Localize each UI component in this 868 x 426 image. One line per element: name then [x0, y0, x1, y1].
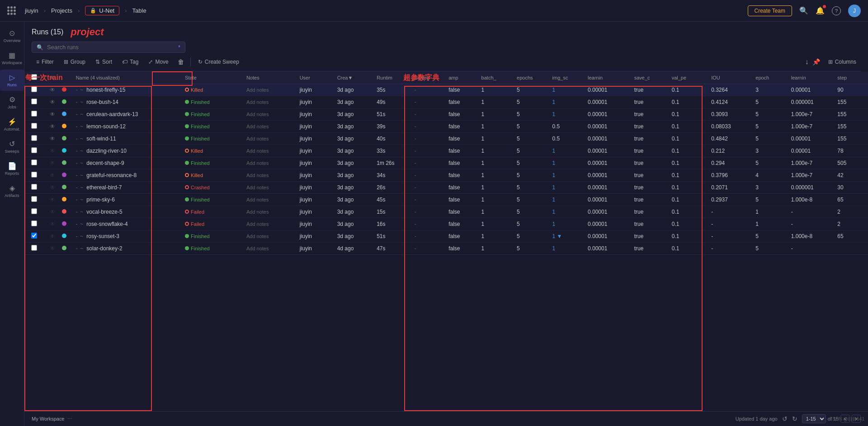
cell-name[interactable]: - ~ solar-donkey-2 [72, 243, 181, 255]
cell-name[interactable]: - ~ rosy-sunset-3 [72, 230, 181, 243]
cell-notes[interactable]: Add notes [243, 133, 296, 145]
th-epochs[interactable]: epochs [513, 71, 548, 84]
group-button[interactable]: ⊞ Group [59, 57, 90, 67]
cell-name[interactable]: - ~ honest-firefly-15 [72, 84, 181, 96]
th-batch[interactable]: batch_ [478, 71, 513, 84]
cell-vis[interactable]: 👁 [43, 145, 61, 157]
th-iou[interactable]: IOU [708, 71, 752, 84]
cell-name[interactable]: - ~ grateful-resonance-8 [72, 169, 181, 182]
nav-projects[interactable]: Projects [51, 7, 72, 14]
cell-name[interactable]: - ~ lemon-sound-12 [72, 121, 181, 133]
cell-vis[interactable]: 👁 [43, 157, 61, 169]
th-created[interactable]: Crea▼ [334, 71, 373, 84]
cell-imgsc[interactable]: 1 [549, 206, 584, 218]
nav-jiuyin[interactable]: jiuyin [25, 7, 38, 14]
help-icon[interactable]: ? [832, 6, 841, 15]
sidebar-item-artifacts[interactable]: ◈ Artifacts [0, 180, 24, 201]
cell-vis[interactable]: 👁 [43, 206, 61, 218]
search-input[interactable] [47, 44, 175, 51]
sidebar-item-automations[interactable]: ⚡ Automat. [0, 114, 24, 135]
cell-name[interactable]: - ~ prime-sky-6 [72, 194, 181, 206]
select-all-checkbox[interactable] [31, 74, 37, 80]
th-savec[interactable]: save_c [631, 71, 668, 84]
cell-check[interactable] [24, 169, 43, 182]
cell-vis[interactable]: 👁 [43, 194, 61, 206]
nav-unet[interactable]: 🔒 U-Net [85, 6, 119, 15]
tag-button[interactable]: 🏷 Tag [118, 57, 143, 67]
th-epoch2[interactable]: epoch [752, 71, 787, 84]
th-runtime[interactable]: Runtim [373, 71, 411, 84]
cell-check[interactable] [24, 121, 43, 133]
cell-vis[interactable]: 👁 [43, 121, 61, 133]
undo-icon[interactable]: ↺ [782, 415, 788, 422]
cell-imgsc[interactable]: 1 [549, 169, 584, 182]
th-state[interactable]: State [181, 71, 243, 84]
cell-notes[interactable]: Add notes [243, 145, 296, 157]
cell-vis[interactable]: 👁 [43, 182, 61, 194]
cell-check[interactable] [24, 133, 43, 145]
th-notes[interactable]: Notes [243, 71, 296, 84]
cell-notes[interactable]: Add notes [243, 108, 296, 121]
delete-button[interactable]: 🗑 [174, 56, 188, 67]
th-lr[interactable]: learnin [584, 71, 631, 84]
columns-button[interactable]: ⊞ Columns [824, 57, 861, 67]
sidebar-item-jobs[interactable]: ⚙ Jobs [0, 92, 24, 113]
cell-check[interactable] [24, 230, 43, 243]
cell-notes[interactable]: Add notes [243, 206, 296, 218]
cell-notes[interactable]: Add notes [243, 230, 296, 243]
sidebar-item-sweeps[interactable]: ↺ Sweeps [0, 136, 24, 157]
page-size-select[interactable]: 1-15 [802, 414, 826, 423]
create-sweep-button[interactable]: ↻ Create Sweep [193, 57, 244, 67]
redo-icon[interactable]: ↻ [792, 415, 797, 422]
th-lr2[interactable]: learnin [788, 71, 834, 84]
cell-imgsc[interactable]: 1 ▼ [549, 230, 584, 243]
cell-name[interactable]: - ~ rose-bush-14 [72, 96, 181, 108]
cell-check[interactable] [24, 84, 43, 96]
cell-imgsc[interactable]: 1 [549, 218, 584, 230]
cell-imgsc[interactable]: 1 [549, 96, 584, 108]
download-icon[interactable]: ↓ [805, 58, 809, 66]
cell-vis[interactable]: 👁 [43, 169, 61, 182]
cell-vis[interactable]: 👁 [43, 133, 61, 145]
cell-notes[interactable]: Add notes [243, 218, 296, 230]
create-team-button[interactable]: Create Team [748, 5, 792, 16]
cell-notes[interactable]: Add notes [243, 121, 296, 133]
move-button[interactable]: ⤢ Move [144, 57, 173, 67]
cell-check[interactable] [24, 218, 43, 230]
cell-imgsc[interactable]: 1 [549, 84, 584, 96]
cell-name[interactable]: - ~ decent-shape-9 [72, 157, 181, 169]
cell-imgsc[interactable]: 1 [549, 182, 584, 194]
th-name[interactable]: Name (4 visualized) [72, 71, 181, 84]
th-step[interactable]: step [834, 71, 868, 84]
workspace-more-icon[interactable]: ⋯ [67, 416, 72, 422]
th-user[interactable]: User [296, 71, 334, 84]
th-imgsc[interactable]: img_sc [549, 71, 584, 84]
cell-notes[interactable]: Add notes [243, 182, 296, 194]
cell-name[interactable]: - ~ rose-snowflake-4 [72, 218, 181, 230]
sidebar-item-runs[interactable]: ▷ Runs [0, 70, 24, 91]
cell-vis[interactable]: 👁 [43, 108, 61, 121]
cell-name[interactable]: - ~ dazzling-river-10 [72, 145, 181, 157]
cell-check[interactable] [24, 243, 43, 255]
sidebar-item-workspace[interactable]: ▦ Workspace [0, 47, 24, 69]
cell-imgsc[interactable]: 1 [549, 145, 584, 157]
th-sweep[interactable]: Sweep [411, 71, 445, 84]
cell-notes[interactable]: Add notes [243, 243, 296, 255]
cell-notes[interactable]: Add notes [243, 96, 296, 108]
th-amp[interactable]: amp [445, 71, 477, 84]
cell-imgsc[interactable]: 1 [549, 157, 584, 169]
cell-vis[interactable]: 👁 [43, 218, 61, 230]
cell-name[interactable]: - ~ soft-wind-11 [72, 133, 181, 145]
pin-icon[interactable]: 📌 [812, 58, 820, 66]
cell-notes[interactable]: Add notes [243, 157, 296, 169]
cell-check[interactable] [24, 108, 43, 121]
sidebar-item-reports[interactable]: 📄 Reports [0, 158, 24, 179]
cell-vis[interactable]: 👁 [43, 230, 61, 243]
search-icon[interactable]: 🔍 [799, 6, 808, 15]
cell-vis[interactable]: 👁 [43, 96, 61, 108]
cell-imgsc[interactable]: 1 [549, 108, 584, 121]
cell-name[interactable]: - ~ cerulean-aardvark-13 [72, 108, 181, 121]
cell-check[interactable] [24, 145, 43, 157]
cell-notes[interactable]: Add notes [243, 194, 296, 206]
cell-check[interactable] [24, 157, 43, 169]
